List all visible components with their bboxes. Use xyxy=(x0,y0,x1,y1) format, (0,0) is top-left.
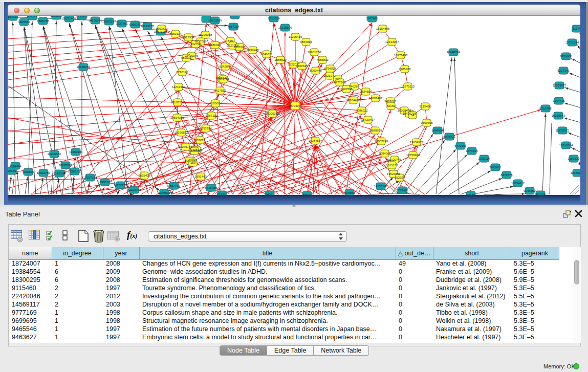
svg-text:1864093: 1864093 xyxy=(300,40,312,43)
svg-text:12213369: 12213369 xyxy=(172,85,186,89)
svg-text:10719155: 10719155 xyxy=(141,25,155,28)
svg-text:989032: 989032 xyxy=(181,56,192,59)
svg-text:2803144: 2803144 xyxy=(217,78,229,81)
svg-text:204500: 204500 xyxy=(344,191,355,194)
svg-text:7955812: 7955812 xyxy=(316,58,329,61)
svg-text:19166827: 19166827 xyxy=(175,131,188,134)
svg-text:19654923: 19654923 xyxy=(410,141,424,144)
svg-text:1244415: 1244415 xyxy=(553,99,565,102)
svg-text:887833: 887833 xyxy=(195,139,206,142)
svg-text:13524851: 13524851 xyxy=(387,172,401,176)
svg-text:19756928: 19756928 xyxy=(406,154,420,157)
svg-text:10120746: 10120746 xyxy=(388,158,402,161)
svg-text:7386322: 7386322 xyxy=(356,109,368,112)
svg-text:16671355: 16671355 xyxy=(154,30,168,33)
svg-text:2087682: 2087682 xyxy=(366,17,378,20)
svg-text:7857224: 7857224 xyxy=(227,25,239,28)
svg-text:19654925: 19654925 xyxy=(170,116,184,119)
svg-text:1640954: 1640954 xyxy=(431,129,444,132)
svg-text:8427552: 8427552 xyxy=(214,89,226,92)
svg-text:9115460: 9115460 xyxy=(420,105,432,108)
svg-text:1615152: 1615152 xyxy=(386,164,398,167)
svg-text:18107552: 18107552 xyxy=(171,101,185,104)
svg-text:12045902: 12045902 xyxy=(571,171,580,174)
svg-text:5716485: 5716485 xyxy=(205,186,217,189)
svg-text:12975115: 12975115 xyxy=(401,85,415,88)
svg-text:9227342: 9227342 xyxy=(557,69,570,72)
svg-text:7663822: 7663822 xyxy=(156,27,168,30)
svg-text:8215958: 8215958 xyxy=(539,107,552,110)
svg-text:9463627: 9463627 xyxy=(384,100,397,103)
svg-text:1362615: 1362615 xyxy=(296,64,308,68)
svg-text:8660124: 8660124 xyxy=(169,32,182,35)
svg-text:7625402: 7625402 xyxy=(138,174,150,177)
svg-text:17359934: 17359934 xyxy=(69,150,83,154)
svg-text:6794028: 6794028 xyxy=(324,67,336,70)
svg-text:1733426: 1733426 xyxy=(396,189,408,192)
svg-text:8938923: 8938923 xyxy=(443,135,455,138)
svg-text:15495758: 15495758 xyxy=(403,112,417,115)
svg-text:80531: 80531 xyxy=(303,193,312,195)
svg-text:2718126: 2718126 xyxy=(176,71,188,74)
svg-text:159: 159 xyxy=(190,161,196,164)
svg-text:9857791: 9857791 xyxy=(168,184,180,187)
svg-text:10973493: 10973493 xyxy=(394,54,408,57)
svg-text:15692971: 15692971 xyxy=(556,129,570,132)
svg-text:8990448: 8990448 xyxy=(310,69,322,72)
svg-text:8912954: 8912954 xyxy=(182,36,194,39)
svg-text:16961758: 16961758 xyxy=(308,51,321,54)
svg-text:17016504: 17016504 xyxy=(559,144,573,147)
svg-text:1167533: 1167533 xyxy=(568,157,580,160)
svg-text:6966160: 6966160 xyxy=(129,23,141,26)
svg-text:1156829: 1156829 xyxy=(23,170,35,173)
svg-text:3267110: 3267110 xyxy=(206,114,218,117)
svg-text:62160: 62160 xyxy=(387,104,396,107)
svg-text:10975867: 10975867 xyxy=(59,164,73,167)
svg-text:9474444: 9474444 xyxy=(466,149,478,152)
svg-text:6479197: 6479197 xyxy=(454,144,467,147)
svg-text:9329966: 9329966 xyxy=(560,55,572,58)
svg-text:14136141: 14136141 xyxy=(89,19,102,22)
svg-text:17957223: 17957223 xyxy=(83,176,97,179)
svg-text:1145194: 1145194 xyxy=(54,172,66,175)
svg-text:18807249: 18807249 xyxy=(375,140,388,143)
svg-text:14136141: 14136141 xyxy=(374,185,388,188)
svg-text:94581: 94581 xyxy=(266,193,274,195)
svg-text:12093877: 12093877 xyxy=(553,84,567,87)
svg-text:12505135: 12505135 xyxy=(68,170,82,173)
svg-text:15300275: 15300275 xyxy=(266,112,279,115)
svg-text:20364436: 20364436 xyxy=(346,99,360,102)
svg-text:15226058: 15226058 xyxy=(199,33,212,36)
svg-text:920154: 920154 xyxy=(535,193,546,195)
svg-text:20160534: 20160534 xyxy=(77,65,91,69)
svg-text:164013: 164013 xyxy=(8,16,18,18)
svg-text:9242848: 9242848 xyxy=(219,65,231,68)
svg-text:9084067: 9084067 xyxy=(379,152,391,155)
svg-text:1588520: 1588520 xyxy=(274,58,287,61)
svg-text:12213967: 12213967 xyxy=(385,40,399,43)
svg-text:9699695: 9699695 xyxy=(421,121,433,124)
svg-text:19218506: 19218506 xyxy=(278,26,292,29)
svg-text:3824554: 3824554 xyxy=(360,90,372,93)
svg-text:9245652: 9245652 xyxy=(524,189,536,192)
svg-text:9605718: 9605718 xyxy=(37,19,49,23)
svg-text:10688609: 10688609 xyxy=(368,129,382,132)
svg-text:9777169: 9777169 xyxy=(334,81,346,84)
svg-text:8990443: 8990443 xyxy=(247,49,259,52)
svg-text:1691440: 1691440 xyxy=(194,175,207,178)
svg-text:7485063: 7485063 xyxy=(399,68,411,71)
svg-text:97450: 97450 xyxy=(467,193,475,195)
svg-text:1353394: 1353394 xyxy=(200,127,212,130)
svg-text:17006: 17006 xyxy=(211,102,220,105)
svg-text:8471676: 8471676 xyxy=(500,173,513,177)
svg-text:16033809: 16033809 xyxy=(208,19,222,22)
svg-text:1860154: 1860154 xyxy=(50,16,62,17)
svg-text:873310: 873310 xyxy=(217,193,228,195)
svg-text:64: 64 xyxy=(411,114,415,117)
svg-text:20206556: 20206556 xyxy=(48,152,61,156)
svg-text:1485051: 1485051 xyxy=(9,164,21,167)
svg-text:1621072: 1621072 xyxy=(323,74,336,77)
svg-text:10807487: 10807487 xyxy=(369,97,383,100)
svg-text:2367608: 2367608 xyxy=(233,46,246,49)
svg-text:16154808: 16154808 xyxy=(376,27,390,30)
